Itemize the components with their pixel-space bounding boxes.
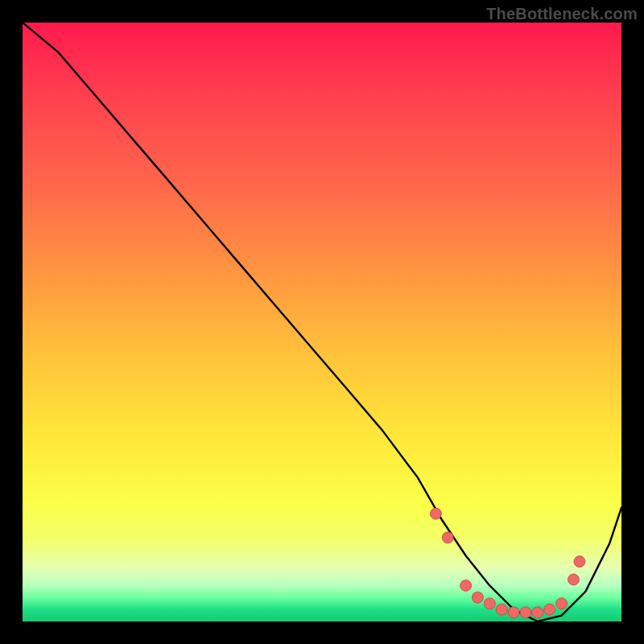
watermark-text: TheBottleneck.com [486, 5, 638, 23]
bottleneck-curve [23, 23, 621, 621]
highlight-dot [556, 598, 568, 609]
highlight-dot [574, 556, 585, 568]
highlight-dot [460, 580, 472, 591]
highlight-dot [484, 598, 495, 609]
plot-area [23, 23, 621, 621]
curve-layer [23, 23, 621, 621]
highlight-dot [508, 607, 519, 618]
highlight-dot [568, 574, 580, 585]
highlight-dot [532, 607, 543, 618]
highlight-dot [472, 592, 483, 603]
highlight-dot [520, 607, 531, 618]
chart-frame: TheBottleneck.com [0, 0, 644, 644]
highlight-dots-group [430, 508, 585, 618]
highlight-dot [442, 532, 453, 543]
highlight-dot [544, 604, 555, 615]
highlight-dot [430, 508, 441, 519]
highlight-dot [496, 604, 507, 615]
